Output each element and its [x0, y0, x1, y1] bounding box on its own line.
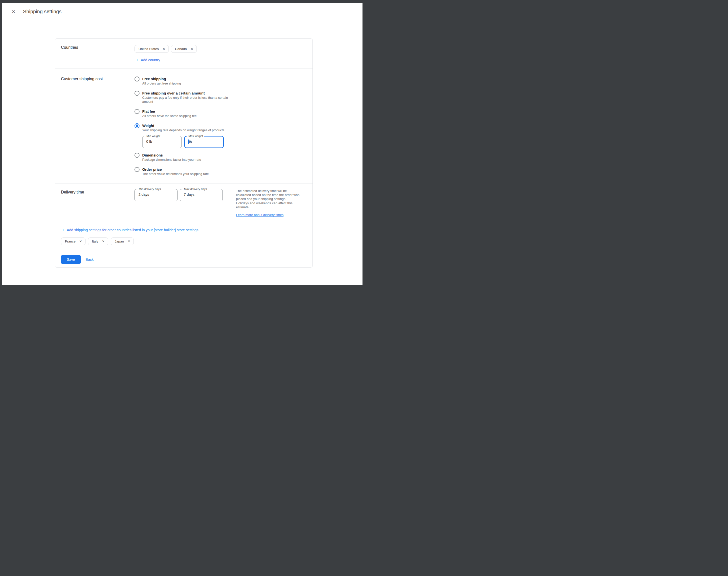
option-free-over-amount: Free shipping over a certain amount Cust… [135, 91, 307, 104]
add-shipping-settings-label: Add shipping settings for other countrie… [67, 228, 198, 232]
min-delivery-days-value: 2 days [139, 193, 149, 197]
country-chip-canada: Canada ✕ [171, 45, 197, 53]
save-button[interactable]: Save [61, 255, 81, 264]
radio-order-price[interactable] [135, 167, 140, 172]
other-countries-section: + Add shipping settings for other countr… [55, 223, 313, 251]
max-weight-value: lb [189, 140, 192, 144]
option-description: All orders get free shipping [142, 82, 181, 86]
remove-country-icon[interactable]: ✕ [79, 240, 82, 243]
page-title: Shipping settings [23, 9, 61, 15]
chip-label: Canada [175, 47, 187, 51]
option-description: The order value determines your shipping… [142, 172, 209, 176]
plus-icon: + [136, 58, 139, 62]
option-title: Free shipping over a certain amount [142, 91, 229, 95]
option-order-price: Order price The order value determines y… [135, 167, 307, 176]
chip-label: Italy [92, 239, 98, 243]
countries-section: Countries United States ✕ Canada ✕ + Add… [55, 39, 313, 69]
remove-country-icon[interactable]: ✕ [191, 47, 193, 51]
country-chip-italy: Italy ✕ [88, 237, 108, 245]
plus-icon: + [62, 228, 64, 232]
max-delivery-days-input[interactable]: Max delivery days 7 days [180, 189, 223, 201]
delivery-time-label: Delivery time [61, 183, 135, 223]
chip-label: Japan [115, 239, 124, 243]
option-free-shipping: Free shipping All orders get free shippi… [135, 77, 307, 86]
remove-country-icon[interactable]: ✕ [102, 240, 105, 243]
settings-card: Countries United States ✕ Canada ✕ + Add… [55, 38, 313, 267]
remove-country-icon[interactable]: ✕ [163, 47, 165, 51]
max-delivery-days-value: 7 days [184, 193, 195, 197]
close-icon[interactable]: ✕ [11, 9, 16, 15]
min-delivery-days-label: Min delivery days [138, 188, 162, 191]
radio-dimensions[interactable] [135, 153, 140, 158]
add-country-button[interactable]: + Add country [135, 58, 307, 62]
max-weight-input[interactable]: Max weight lb [184, 136, 224, 148]
radio-free-shipping[interactable] [135, 77, 140, 82]
option-description: Customers pay a fee only if their order … [142, 96, 229, 104]
option-flat-fee: Flat fee All orders have the same shippi… [135, 109, 307, 118]
countries-label: Countries [61, 39, 135, 68]
option-description: Your shipping rate depends on weight ran… [142, 128, 224, 132]
country-chip-united-states: United States ✕ [135, 45, 169, 53]
min-weight-label: Min weight [145, 135, 162, 138]
delivery-help-text: The estimated delivery time will be [236, 189, 307, 193]
footer-actions: Save Back [55, 251, 313, 268]
countries-chip-row: United States ✕ Canada ✕ [135, 45, 307, 53]
add-country-label: Add country [141, 58, 160, 62]
shipping-cost-section: Customer shipping cost Free shipping All… [55, 69, 313, 183]
delivery-help-text: Holidays and weekends can affect this [236, 201, 307, 205]
weight-fields-row: Min weight 0 lb Max weight lb [142, 136, 224, 148]
min-delivery-days-input[interactable]: Min delivery days 2 days [135, 189, 177, 201]
radio-flat-fee[interactable] [135, 109, 140, 114]
option-title: Dimensions [142, 153, 201, 157]
max-weight-label: Max weight [187, 135, 204, 138]
delivery-help-text: placed and your shipping settings. [236, 197, 307, 201]
add-shipping-settings-button[interactable]: + Add shipping settings for other countr… [61, 228, 307, 232]
delivery-help-text: estimate. [236, 205, 307, 209]
remove-country-icon[interactable]: ✕ [127, 240, 130, 243]
other-countries-chip-row: France ✕ Italy ✕ Japan ✕ [61, 237, 307, 245]
radio-weight-selected[interactable] [135, 123, 140, 128]
min-weight-value: 0 lb [146, 140, 152, 144]
delivery-help-text: calculated based on the time the order w… [236, 193, 307, 197]
delivery-fields-row: Min delivery days 2 days Max delivery da… [135, 183, 223, 223]
text-cursor [188, 140, 189, 144]
learn-more-delivery-times-link[interactable]: Learn more about delivery times [236, 213, 284, 217]
option-title: Order price [142, 167, 209, 172]
option-dimensions: Dimensions Package dimensions factor int… [135, 153, 307, 162]
radio-free-over-amount[interactable] [135, 91, 140, 96]
chip-label: United States [139, 47, 159, 51]
option-title: Flat fee [142, 109, 197, 114]
chip-label: France [65, 239, 76, 243]
delivery-time-section: Delivery time Min delivery days 2 days M… [55, 183, 313, 223]
option-description: Package dimensions factor into your rate [142, 158, 201, 162]
dialog-header: ✕ Shipping settings [2, 3, 362, 20]
shipping-cost-label: Customer shipping cost [61, 69, 135, 183]
max-delivery-days-label: Max delivery days [183, 188, 208, 191]
country-chip-france: France ✕ [61, 237, 86, 245]
option-weight: Weight Your shipping rate depends on wei… [135, 123, 307, 148]
shipping-settings-page: ✕ Shipping settings Countries United Sta… [2, 3, 362, 285]
option-title: Weight [142, 123, 224, 128]
delivery-help-block: The estimated delivery time will be calc… [230, 189, 307, 223]
country-chip-japan: Japan ✕ [111, 237, 134, 245]
option-title: Free shipping [142, 77, 181, 81]
option-description: All orders have the same shipping fee [142, 114, 197, 118]
back-link[interactable]: Back [86, 255, 93, 264]
min-weight-input[interactable]: Min weight 0 lb [142, 136, 182, 148]
